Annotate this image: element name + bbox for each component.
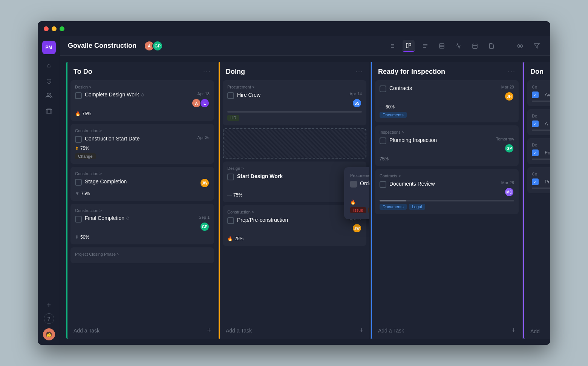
task-checkbox[interactable] [532,149,539,156]
task-checkbox[interactable] [227,174,234,180]
task-checkbox[interactable] [75,179,82,186]
toolbar-align-icon[interactable] [419,40,431,52]
task-done-2[interactable]: De A [527,109,550,135]
tag-legal: Legal [409,204,425,210]
up-icon: ⬆ [75,146,79,151]
diamond-icon: ◇ [141,92,144,97]
add-icon[interactable]: + [359,326,363,334]
toolbar-file-icon[interactable] [485,40,498,52]
toolbar-list-icon[interactable] [386,40,398,52]
task-avatar: SS [352,98,362,108]
task-avatar: JH [504,92,514,101]
task-contracts[interactable]: Contracts Mar 29 JH — [375,80,519,122]
sidebar: PM ⌂ ◷ + ? 🧑 [38,36,60,345]
app-logo[interactable]: PM [42,41,56,54]
sidebar-item-home[interactable]: ⌂ [42,59,56,72]
user-avatar[interactable]: 🧑 [43,328,55,340]
task-category: Construction > [75,208,210,213]
task-avatar: MC [504,187,514,197]
app-window: PM ⌂ ◷ + ? 🧑 [38,21,550,345]
tag-documents: Documents [380,204,407,210]
task-checkbox[interactable] [380,85,386,92]
task-priority: — 75% [227,192,242,198]
task-title: Hire Crew [237,92,260,98]
minimize-button[interactable] [52,26,57,31]
toolbar-board-icon[interactable] [403,40,415,52]
add-task-doing[interactable]: Add a Task + [220,322,369,339]
task-checkbox[interactable] [380,137,386,144]
task-checkbox[interactable] [227,217,234,224]
task-checkbox[interactable] [532,120,539,127]
sidebar-item-users[interactable] [42,89,56,102]
task-left: Final Completion ◇ [75,215,199,223]
add-icon[interactable]: + [207,326,211,334]
task-done-3[interactable]: De Fo [527,138,550,164]
toolbar-avatar-2[interactable]: GP [152,41,163,51]
task-category: Procurement > [227,85,362,89]
add-task-ready[interactable]: Add a Task + [372,322,522,339]
tag-risk: Risk [368,207,369,213]
popup-content: Order Equipment [360,180,369,187]
task-complete-design-work[interactable]: Design > Complete Design Work ◇ [70,80,214,121]
task-hire-crew[interactable]: Procurement > Hire Crew Apr 14 [223,80,366,125]
column-ready-menu[interactable]: ··· [508,68,516,76]
svg-point-21 [519,45,521,47]
task-checkbox[interactable] [75,92,82,99]
task-checkbox[interactable] [532,92,539,98]
tag-change: Change [75,153,96,159]
popup-checkbox[interactable] [350,181,357,188]
task-documents-review[interactable]: Contracts > Documents Review Mar 28 [375,169,519,214]
maximize-button[interactable] [60,26,64,31]
toolbar-eye-icon[interactable] [514,40,526,52]
column-doing-menu[interactable]: ··· [355,68,363,76]
toolbar-calendar-icon[interactable] [469,40,481,52]
popup-meta: 🔥 [350,200,369,205]
task-progress-bar [532,188,550,189]
toolbar-filter-icon[interactable] [531,40,543,52]
column-todo-body: Design > Complete Design Work ◇ [67,80,217,322]
popup-category: Procurement > [350,173,369,178]
task-done-1[interactable]: Co Av [527,80,550,106]
task-checkbox[interactable] [75,216,82,223]
add-icon[interactable]: + [511,326,516,334]
task-header: Fo [532,149,550,156]
task-progress-bar [380,200,514,201]
task-title: Prep/Pre-construction [237,217,288,223]
task-priority: — 60% [380,104,395,110]
add-task-done[interactable]: Add [524,324,550,339]
sidebar-item-clock[interactable]: ◷ [42,74,56,87]
task-checkbox[interactable] [380,181,386,188]
popup-order-equipment[interactable]: Procurement > Order Equipment Apr 19 SS [344,167,369,219]
tag-issue: Issue [350,207,366,213]
task-header: A [532,120,550,127]
task-header: Av [532,91,550,98]
toolbar-activity-icon[interactable] [452,40,464,52]
task-category: Co [532,85,550,89]
task-final-completion[interactable]: Construction > Final Completion ◇ [70,204,214,244]
task-right: JW [200,178,210,188]
task-checkbox[interactable] [75,136,82,143]
task-done-4[interactable]: Co Pr [527,167,550,193]
task-avatar: JW [200,178,210,188]
task-checkbox[interactable] [227,92,234,99]
task-date: Mar 28 [501,180,514,185]
task-construction-start-date[interactable]: Construction > Construction Start Date [70,124,214,164]
sidebar-item-help[interactable]: ? [44,313,54,324]
close-button[interactable] [44,26,49,31]
titlebar [38,21,550,36]
add-task-todo[interactable]: Add a Task + [67,322,217,339]
task-project-closing[interactable]: Project Closing Phase > [70,247,214,263]
task-date: Tomorrow [496,137,514,141]
dash-icon: — [380,104,384,110]
column-todo-menu[interactable]: ··· [203,68,211,76]
column-todo-header: To Do ··· [67,62,217,80]
task-content: Plumbing Inspection [389,137,496,143]
task-plumbing-inspection[interactable]: Inspections > Plumbing Inspection Tomor [375,125,519,166]
task-stage-completion[interactable]: Construction > Stage Completion JW [70,167,214,201]
sidebar-item-briefcase[interactable] [42,104,56,117]
sidebar-item-add[interactable]: + [42,298,56,312]
task-left: Start Design Work [227,173,350,180]
toolbar-table-icon[interactable] [436,40,448,52]
task-checkbox[interactable] [532,178,539,185]
priority-value: 75% [233,192,242,198]
